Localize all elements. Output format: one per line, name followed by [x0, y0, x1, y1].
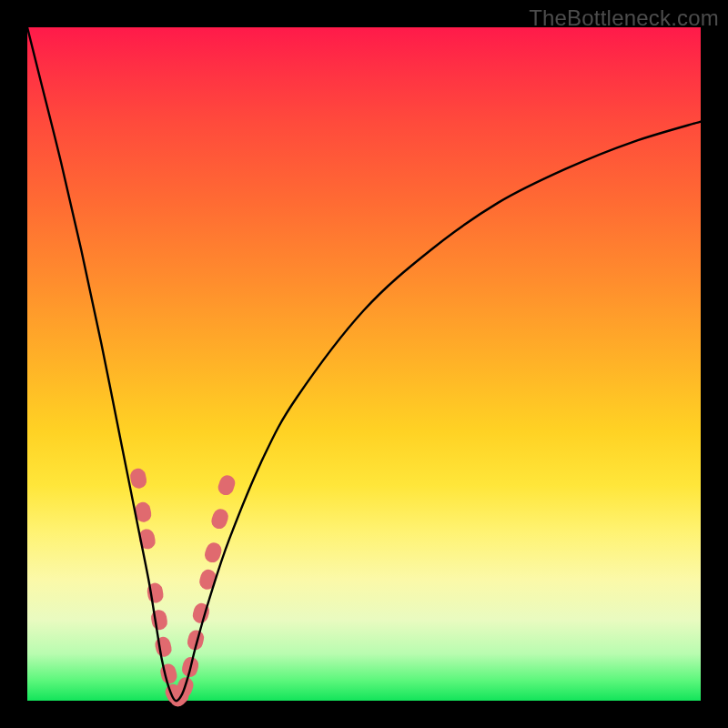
data-marker — [154, 635, 174, 658]
data-marker — [209, 507, 230, 531]
marker-group — [129, 467, 238, 710]
bottleneck-curve — [27, 27, 701, 701]
data-marker — [129, 467, 148, 490]
data-marker — [158, 662, 178, 685]
plot-area — [27, 27, 701, 701]
chart-svg — [27, 27, 701, 701]
data-marker — [150, 609, 168, 632]
data-marker — [216, 473, 237, 497]
outer-frame: TheBottleneck.com — [0, 0, 728, 728]
